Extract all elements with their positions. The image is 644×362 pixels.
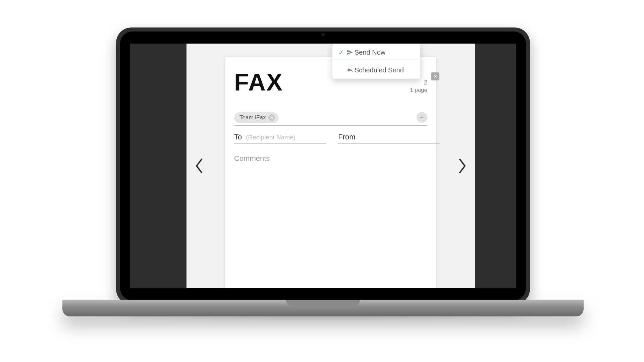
check-icon: ✓ <box>337 48 345 56</box>
send-options-popover: ✓ Send Now <box>332 44 420 79</box>
send-icon <box>345 49 355 56</box>
fax-page-count: 1 page <box>410 87 427 94</box>
close-button[interactable]: ✕ <box>431 72 439 80</box>
laptop-base <box>62 300 584 316</box>
chevron-right-icon <box>458 158 467 174</box>
laptop-screen: ✕ FAX 2 1 page Team iFax <box>130 44 516 288</box>
laptop-notch <box>286 300 360 306</box>
to-field: To <box>234 133 326 144</box>
scheduled-send-label: Scheduled Send <box>355 66 404 74</box>
to-input[interactable] <box>245 133 326 141</box>
plus-icon: + <box>420 113 424 122</box>
comments-label: Comments <box>234 154 270 163</box>
to-label: To <box>234 133 242 141</box>
recipient-chip-label: Team iFax <box>239 114 266 121</box>
recipient-row: Team iFax ✕ + <box>234 110 427 126</box>
next-page-button[interactable] <box>454 153 470 179</box>
recipient-chip[interactable]: Team iFax ✕ <box>234 112 278 123</box>
chevron-left-icon <box>195 158 204 174</box>
fax-date-partial: 2 <box>424 79 427 86</box>
scheduled-send-option[interactable]: Scheduled Send <box>332 61 420 79</box>
send-now-option[interactable]: ✓ Send Now <box>332 44 420 61</box>
camera-dot <box>321 33 325 36</box>
add-recipient-button[interactable]: + <box>417 112 427 123</box>
prev-page-button[interactable] <box>191 153 207 179</box>
send-now-label: Send Now <box>355 49 385 56</box>
laptop-frame: ✕ FAX 2 1 page Team iFax <box>116 27 530 304</box>
fax-cover-sheet: ✕ FAX 2 1 page Team iFax <box>225 57 436 288</box>
recipient-chip-remove[interactable]: ✕ <box>268 114 275 121</box>
close-icon: ✕ <box>433 74 437 79</box>
fax-title: FAX <box>234 68 283 96</box>
from-label: From <box>338 133 355 141</box>
clock-send-icon <box>345 67 355 73</box>
from-input[interactable] <box>359 133 440 141</box>
fax-meta: 2 1 page <box>410 79 427 94</box>
modal-region: ✕ FAX 2 1 page Team iFax <box>186 44 475 288</box>
close-icon: ✕ <box>270 115 274 120</box>
from-field: From <box>338 133 439 144</box>
